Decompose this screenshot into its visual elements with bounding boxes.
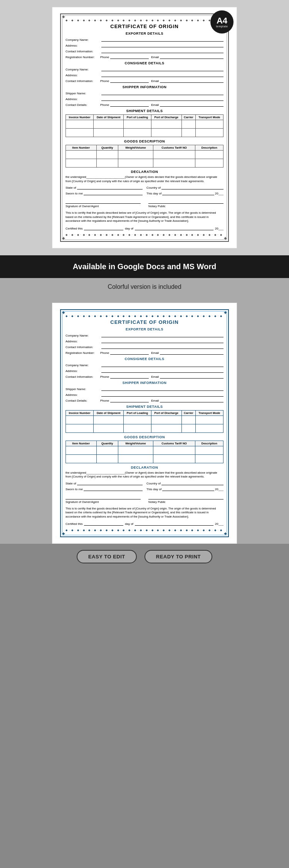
c2-sworn-field[interactable] — [84, 486, 143, 491]
goods-r2-weight[interactable] — [118, 159, 153, 168]
c2-state-field[interactable] — [77, 481, 143, 485]
c2-goods-r2-qty[interactable] — [96, 454, 118, 463]
c2-goods-table: Item Number Quantity Weight/Volume Custo… — [66, 441, 223, 463]
corner-br-ornament: ✦ — [222, 235, 229, 242]
shipment-r2-transport[interactable] — [195, 129, 223, 137]
c2-day-of-field[interactable] — [135, 521, 213, 526]
c2-goods-r1-weight[interactable] — [118, 446, 153, 454]
c2-shipper-address-field[interactable] — [101, 392, 223, 397]
shipment-r1-date[interactable] — [94, 120, 124, 129]
ready-to-print-button[interactable]: READY TO PRINT — [144, 550, 212, 563]
c2-bottom-chain: ◆ · ◆ · ◆ · ◆ · ◆ · ◆ · ◆ · ◆ · ◆ · ◆ · … — [66, 529, 223, 532]
consignee-email-label: Email — [151, 79, 159, 83]
shipment-r2-discharge[interactable] — [151, 129, 181, 137]
c2-consignee-phone-field[interactable] — [110, 374, 149, 379]
c2-goods-r1-tariff[interactable] — [153, 446, 195, 454]
consignee-address-field[interactable] — [101, 72, 223, 77]
shipment-r1-carrier[interactable] — [181, 120, 195, 129]
c2-exporter-email-field[interactable] — [160, 350, 223, 355]
c2-shipment-r2-invoice[interactable] — [66, 424, 94, 432]
goods-r1-desc[interactable] — [195, 151, 223, 159]
c2-goods-r2-desc[interactable] — [195, 454, 223, 463]
c2-consignee-contact-row: Contact Information: Phone Email — [66, 374, 223, 379]
exporter-email-field[interactable] — [160, 54, 223, 59]
c2-shipment-r2-date[interactable] — [94, 424, 124, 432]
shipper-address-field[interactable] — [101, 96, 223, 101]
c2-certified-field[interactable] — [84, 521, 123, 526]
c2-shipment-r2-discharge[interactable] — [151, 424, 181, 432]
c2-shipment-r2-carrier[interactable] — [181, 424, 195, 432]
consignee-phone-field[interactable] — [110, 78, 149, 83]
sig1-line[interactable] — [66, 199, 141, 204]
c2-shipment-r1-transport[interactable] — [195, 416, 223, 424]
signature-row: Signature of Owner/Agent Notary Public — [66, 199, 223, 208]
c2-consignee-email-field[interactable] — [160, 374, 223, 379]
c2-shipment-r1-carrier[interactable] — [181, 416, 195, 424]
state-block: State of — [66, 185, 143, 189]
easy-to-edit-button[interactable]: EASY TO EDIT — [77, 550, 137, 563]
goods-r2-item[interactable] — [66, 159, 97, 168]
country-field[interactable] — [161, 185, 223, 189]
shipment-r2-loading[interactable] — [124, 129, 151, 137]
c2-sig1-line[interactable] — [66, 495, 141, 499]
shipment-r1-invoice[interactable] — [66, 120, 94, 129]
c2-shipper-name-field[interactable] — [101, 386, 223, 391]
shipper-email-field[interactable] — [160, 102, 223, 107]
exporter-contact-field[interactable] — [101, 49, 223, 53]
c2-shipment-col-date: Date of Shipment — [94, 410, 124, 416]
goods-r2-tariff[interactable] — [153, 159, 195, 168]
shipment-r2-carrier[interactable] — [181, 129, 195, 137]
goods-r1-qty[interactable] — [96, 151, 118, 159]
state-field[interactable] — [77, 185, 143, 189]
c2-shipment-r1-loading[interactable] — [124, 416, 151, 424]
c2-goods-r1-desc[interactable] — [195, 446, 223, 454]
cert-text: This is to certify that the goods descri… — [66, 211, 223, 223]
goods-r2-qty[interactable] — [96, 159, 118, 168]
goods-r2-desc[interactable] — [195, 159, 223, 168]
exporter-reg-label: Registration Number: — [66, 55, 100, 59]
c2-goods-r2-item[interactable] — [66, 454, 97, 463]
c2-exporter-phone-field[interactable] — [110, 350, 149, 355]
c2-shipper-email-field[interactable] — [160, 398, 223, 402]
shipment-r1-transport[interactable] — [195, 120, 223, 129]
sig2-label: Notary Public — [148, 204, 166, 208]
c2-exporter-contact-field[interactable] — [101, 344, 223, 349]
goods-r1-tariff[interactable] — [153, 151, 195, 159]
goods-r1-weight[interactable] — [118, 151, 153, 159]
c2-exporter-address-field[interactable] — [101, 338, 223, 343]
c2-shipper-phone-field[interactable] — [110, 398, 149, 402]
exporter-address-field[interactable] — [101, 43, 223, 47]
day-of-field[interactable] — [135, 226, 213, 230]
goods-r1-item[interactable] — [66, 151, 97, 159]
certified-field[interactable] — [84, 226, 123, 230]
exporter-phone-field[interactable] — [110, 54, 149, 59]
c2-sig2-line[interactable] — [148, 495, 223, 499]
consignee-company-field[interactable] — [101, 67, 223, 71]
sworn-field[interactable] — [84, 191, 143, 195]
c2-exporter-company-field[interactable] — [101, 333, 223, 337]
consignee-email-field[interactable] — [160, 78, 223, 83]
c2-shipment-r1-invoice[interactable] — [66, 416, 94, 424]
c2-shipment-r2-transport[interactable] — [195, 424, 223, 432]
shipment-r1-loading[interactable] — [124, 120, 151, 129]
shipper-name-row: Shipper Name: — [66, 90, 223, 95]
c2-shipment-r2-loading[interactable] — [124, 424, 151, 432]
c2-goods-r2-weight[interactable] — [118, 454, 153, 463]
thisday-field[interactable] — [162, 191, 214, 195]
c2-shipment-r1-discharge[interactable] — [151, 416, 181, 424]
c2-shipment-r1-date[interactable] — [94, 416, 124, 424]
c2-goods-r1-item[interactable] — [66, 446, 97, 454]
sig2-line[interactable] — [148, 199, 223, 204]
c2-goods-r2-tariff[interactable] — [153, 454, 195, 463]
c2-goods-r1-qty[interactable] — [96, 446, 118, 454]
shipment-r2-invoice[interactable] — [66, 129, 94, 137]
shipper-phone-field[interactable] — [110, 102, 149, 107]
shipper-name-field[interactable] — [101, 90, 223, 95]
c2-country-field[interactable] — [161, 481, 223, 485]
shipment-r2-date[interactable] — [94, 129, 124, 137]
shipment-r1-discharge[interactable] — [151, 120, 181, 129]
c2-consignee-address-field[interactable] — [101, 368, 223, 373]
c2-thisday-field[interactable] — [162, 486, 214, 491]
c2-consignee-company-field[interactable] — [101, 362, 223, 367]
exporter-company-field[interactable] — [101, 37, 223, 42]
